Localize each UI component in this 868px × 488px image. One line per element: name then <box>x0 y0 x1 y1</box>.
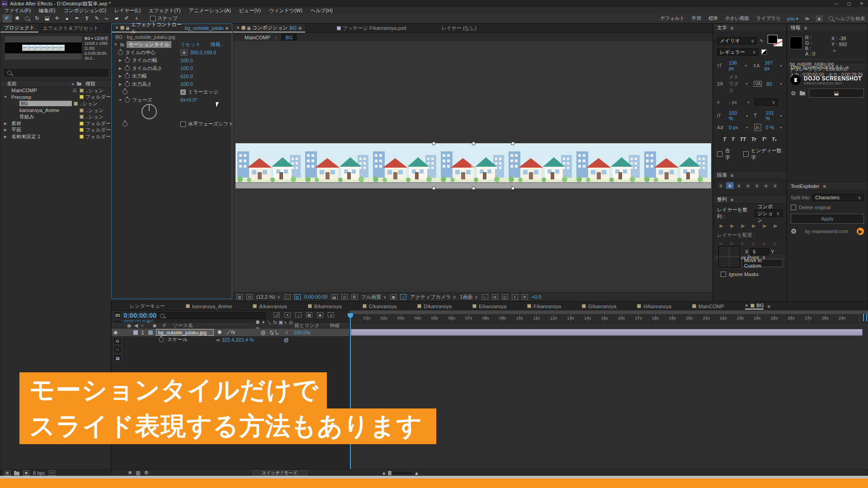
close-button[interactable]: ✕ <box>855 0 868 7</box>
zoom-dropdown[interactable]: (12.2 %)∨ <box>256 294 281 300</box>
parent-pickwhip-icon[interactable]: @ <box>260 330 265 335</box>
rotate-tool-icon[interactable]: ↻ <box>33 14 42 23</box>
faux-style-button[interactable]: TT <box>740 136 746 142</box>
number-column[interactable]: # <box>163 323 165 328</box>
delete-original-checkbox[interactable] <box>791 205 796 210</box>
item-name[interactable]: 素材 <box>11 120 78 127</box>
resolution-dropdown[interactable]: フル画質∨ <box>361 294 387 300</box>
horizontal-phase-checkbox[interactable] <box>180 122 186 127</box>
composition-tab[interactable]: ✕ コンポジション BG ≡ <box>233 24 305 33</box>
selection-handle[interactable] <box>432 142 435 145</box>
project-row[interactable]: ▶ 素材 フォルダー <box>0 120 111 127</box>
zoom-out-mountain-icon[interactable]: ▴ <box>383 470 386 476</box>
layer-row[interactable]: ◉ 1 bg_outside_jutaku.jpg ⚉ ／fx @ なし∨ 10… <box>112 328 349 336</box>
workspace-item[interactable]: 標準 <box>708 15 718 22</box>
property-value[interactable]: 620.0 <box>180 74 193 79</box>
scale-value[interactable]: 322.4,322.4 % <box>222 337 254 343</box>
stopwatch-icon[interactable] <box>118 50 123 55</box>
bit-depth[interactable]: 8 bpc <box>33 470 45 476</box>
column-name[interactable]: 名前 <box>0 80 71 87</box>
draft-3d-icon[interactable]: ✦ <box>284 312 291 318</box>
distribute-button[interactable]: ⊪ <box>750 240 758 247</box>
align-button[interactable]: ⊫ <box>760 223 769 229</box>
align-target-select[interactable]: コンポジション∨ <box>755 210 783 217</box>
camera-dropdown[interactable]: アクティブカメラ∨ <box>410 294 456 300</box>
stopwatch-icon[interactable] <box>159 337 164 342</box>
exposure-icon[interactable]: ◫ <box>502 294 508 300</box>
align-button[interactable]: ⊫ <box>728 223 736 229</box>
close-icon[interactable]: ✕ <box>115 26 118 30</box>
goto-time-icon[interactable]: ⌐ <box>482 294 488 300</box>
panel-menu-icon[interactable]: ≡ <box>731 25 733 31</box>
kerning-value[interactable]: メトリクス <box>729 74 742 94</box>
stroke-width-value[interactable]: - px <box>729 99 744 105</box>
zoom-in-mountain-icon[interactable]: ▲ <box>414 470 419 476</box>
selection-handle[interactable] <box>472 187 475 190</box>
switches-modes-toggle[interactable]: スイッチ / モード <box>253 470 307 476</box>
new-folder-icon[interactable] <box>14 472 19 475</box>
help-search[interactable]: ヘルプを検索 <box>829 15 865 22</box>
paragraph-align-button[interactable]: ≡ <box>735 182 743 189</box>
project-search-input[interactable] <box>4 69 108 76</box>
eye-icon[interactable]: ◉ <box>127 323 132 328</box>
align-button[interactable]: ⊫ <box>750 223 758 229</box>
paragraph-align-button[interactable]: ≡ <box>762 182 770 189</box>
mirror-edge-checkbox[interactable]: ✓ <box>180 89 186 95</box>
label-color-swatch[interactable] <box>80 108 84 113</box>
timeline-tab[interactable]: ✕ MainCOMP <box>692 304 724 309</box>
snap-checkbox[interactable] <box>150 16 156 21</box>
hand-tool-icon[interactable]: ✽ <box>13 14 22 23</box>
twirl-icon[interactable]: ▶ <box>3 135 8 139</box>
anchor-x-input[interactable]: 5 <box>750 248 769 255</box>
label-color-swatch[interactable] <box>80 89 84 93</box>
timeline-zoom-slider[interactable] <box>387 472 412 474</box>
reset-exposure-icon[interactable]: ❉ <box>522 294 528 300</box>
gear-icon[interactable]: ⚙ <box>791 90 796 97</box>
hindi-digits-checkbox[interactable] <box>743 151 749 157</box>
effect-about-button[interactable]: 情報.. <box>211 41 223 48</box>
panel-menu-icon[interactable]: ≡ <box>804 25 807 31</box>
audio-icon[interactable]: ◀ <box>134 323 138 328</box>
selection-handle[interactable] <box>472 142 475 145</box>
breadcrumb-parent[interactable]: MainCOMP <box>245 35 270 40</box>
pan-behind-tool-icon[interactable]: ✛ <box>52 14 61 23</box>
project-row[interactable]: ▶ 平面 フォルダー <box>0 127 111 134</box>
workspace-item[interactable]: 学習 <box>692 15 701 22</box>
faux-style-button[interactable]: Tr <box>751 136 756 142</box>
timeline-tab[interactable]: ✕ レンダーキュー <box>123 303 165 310</box>
panel-menu-icon[interactable]: ≡ <box>226 25 228 31</box>
item-name[interactable]: BG <box>19 101 72 106</box>
panel-menu-icon[interactable]: ≡ <box>767 304 770 309</box>
tag-column-icon[interactable] <box>77 83 81 85</box>
stretch-value[interactable]: 100.0% <box>293 330 310 335</box>
zoom-tool-icon[interactable] <box>23 14 32 23</box>
project-row[interactable]: ▼ Precomp フォルダー <box>0 94 111 101</box>
selection-handle[interactable] <box>511 187 514 190</box>
stopwatch-icon[interactable] <box>125 58 130 63</box>
anchor-point-icon[interactable]: ⊕ <box>471 163 475 169</box>
work-area-end-bracket[interactable] <box>863 314 867 321</box>
eyedropper-icon[interactable]: ✎ <box>760 38 765 43</box>
property-label[interactable]: タイルの幅 <box>132 57 157 64</box>
font-family-select[interactable]: メイリオ∨ <box>717 37 757 44</box>
sort-asc-icon[interactable]: ▲ <box>71 82 75 86</box>
faux-style-button[interactable]: T <box>723 136 726 142</box>
effect-reset-button[interactable]: リセット <box>180 41 201 48</box>
always-preview-icon[interactable]: ▥ <box>236 294 243 300</box>
project-row[interactable]: MainCOMP 品 ..ション <box>0 87 111 94</box>
view-layout-dropdown[interactable]: 1画面∨ <box>460 294 478 300</box>
gear-icon[interactable]: ⚙ <box>144 470 149 476</box>
comp-flowchart-icon[interactable]: ⊞ <box>492 294 498 300</box>
mamoworld-logo-icon[interactable]: ▶ <box>857 228 864 235</box>
camera-tool-icon[interactable]: ⬓ <box>42 14 52 23</box>
align-button[interactable]: ⊫ <box>771 223 779 229</box>
font-size-value[interactable]: 136 px <box>729 60 741 71</box>
split-into-select[interactable]: Characters∨ <box>812 194 864 201</box>
magnification-icon[interactable]: ⊡ <box>246 294 253 300</box>
source-name-column[interactable]: ソース名 <box>173 322 255 329</box>
workspace-item[interactable]: デフォルト <box>660 15 684 22</box>
label-color-swatch[interactable] <box>80 115 84 119</box>
fill-stroke-swatches[interactable] <box>768 35 783 47</box>
panel-menu-icon[interactable]: ≡ <box>731 197 733 202</box>
fx-switch-icon[interactable]: ／fx <box>226 329 236 336</box>
